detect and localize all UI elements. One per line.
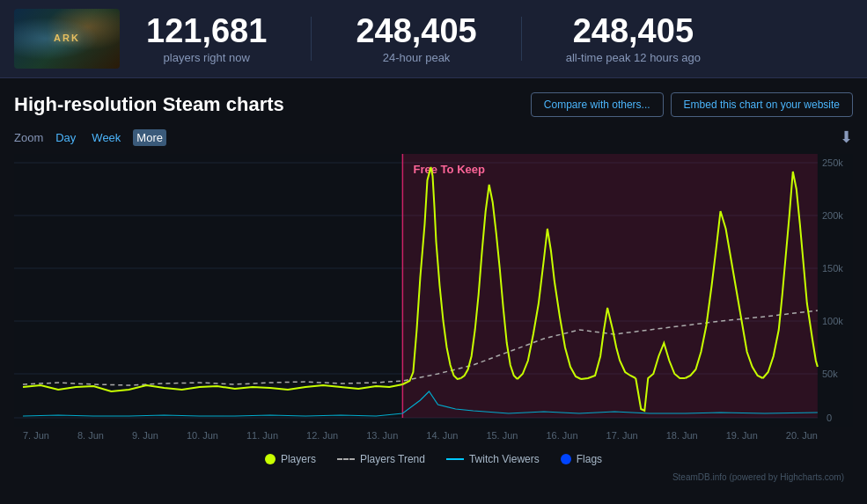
main-content: High-resolution Steam charts Compare wit… — [0, 78, 867, 484]
x-label-1: 7. Jun — [23, 430, 49, 441]
x-label-6: 12. Jun — [306, 430, 338, 441]
players-now-number: 121,681 — [146, 14, 267, 47]
stat-24h-peak: 248,405 24-hour peak — [356, 14, 476, 64]
zoom-controls: Zoom Day Week More ⬇ — [14, 128, 853, 147]
legend-players: Players — [265, 453, 316, 465]
x-label-8: 14. Jun — [426, 430, 458, 441]
legend-twitch: Twitch Viewers — [446, 453, 540, 465]
ark-logo: ARK — [54, 33, 80, 44]
x-label-3: 9. Jun — [132, 430, 158, 441]
game-thumbnail: ARK — [14, 9, 120, 69]
footer: SteamDB.info (powered by Highcharts.com) — [14, 471, 853, 484]
x-axis-labels: 7. Jun 8. Jun 9. Jun 10. Jun 11. Jun 12.… — [14, 427, 853, 444]
stat-players-now: 121,681 players right now — [146, 14, 267, 64]
twitch-label: Twitch Viewers — [469, 453, 540, 465]
x-label-11: 17. Jun — [606, 430, 638, 441]
header-buttons: Compare with others... Embed this chart … — [531, 92, 853, 117]
chart-title: High-resolution Steam charts — [14, 93, 284, 116]
x-label-10: 16. Jun — [546, 430, 577, 441]
zoom-label: Zoom — [14, 131, 43, 144]
compare-button[interactable]: Compare with others... — [531, 92, 664, 117]
svg-text:250k: 250k — [822, 157, 843, 168]
players-label: Players — [281, 453, 316, 465]
stat-alltime-peak: 248,405 all-time peak 12 hours ago — [566, 14, 701, 64]
chart-header: High-resolution Steam charts Compare wit… — [14, 92, 853, 117]
svg-text:50k: 50k — [822, 369, 838, 379]
svg-text:100k: 100k — [822, 316, 843, 326]
zoom-day[interactable]: Day — [52, 129, 79, 146]
alltime-peak-label: all-time peak 12 hours ago — [566, 51, 701, 64]
alltime-peak-number: 248,405 — [566, 14, 701, 47]
flags-label: Flags — [577, 453, 602, 465]
zoom-more[interactable]: More — [133, 129, 166, 146]
x-label-13: 19. Jun — [726, 430, 758, 441]
svg-text:Free To Keep: Free To Keep — [413, 163, 485, 176]
24h-peak-number: 248,405 — [356, 14, 476, 47]
twitch-line — [446, 458, 464, 460]
x-label-5: 11. Jun — [246, 430, 278, 441]
24h-peak-label: 24-hour peak — [356, 51, 476, 64]
legend-flags: Flags — [561, 453, 602, 465]
players-dot — [265, 454, 276, 464]
legend-players-trend: Players Trend — [337, 453, 425, 465]
flags-dot — [561, 454, 571, 464]
players-trend-label: Players Trend — [360, 453, 425, 465]
footer-text: SteamDB.info (powered by Highcharts.com) — [672, 472, 844, 482]
svg-text:200k: 200k — [822, 210, 843, 221]
x-label-4: 10. Jun — [187, 430, 218, 441]
header-bar: ARK 121,681 players right now 248,405 24… — [0, 0, 867, 78]
download-button[interactable]: ⬇ — [840, 128, 853, 147]
x-label-12: 18. Jun — [666, 430, 698, 441]
x-label-2: 8. Jun — [77, 430, 104, 441]
svg-text:150k: 150k — [822, 263, 843, 274]
x-label-7: 13. Jun — [366, 430, 398, 441]
stat-divider-2 — [521, 17, 522, 61]
zoom-week[interactable]: Week — [88, 129, 124, 146]
chart-svg: 250k 200k 150k 100k 50k 0 Free To Keep — [14, 154, 853, 427]
svg-text:0: 0 — [827, 413, 832, 423]
stat-divider-1 — [311, 17, 312, 61]
players-now-label: players right now — [146, 51, 267, 64]
x-label-14: 20. Jun — [786, 430, 818, 441]
stat-group: 121,681 players right now 248,405 24-hou… — [146, 14, 853, 64]
embed-button[interactable]: Embed this chart on your website — [671, 92, 853, 117]
chart-container: 250k 200k 150k 100k 50k 0 Free To Keep — [14, 154, 853, 427]
svg-rect-13 — [402, 154, 817, 418]
players-trend-line — [337, 458, 355, 460]
x-label-9: 15. Jun — [486, 430, 518, 441]
legend: Players Players Trend Twitch Viewers Fla… — [14, 444, 853, 471]
